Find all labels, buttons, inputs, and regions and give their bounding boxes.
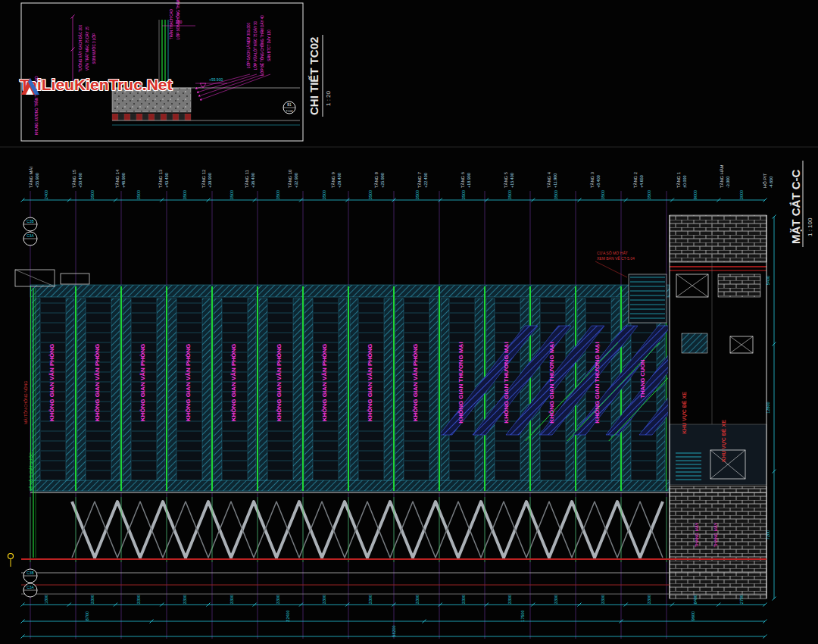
- dim-value: 3300: [183, 595, 187, 604]
- dim-value: 1800: [44, 595, 48, 604]
- slab-hatch: [350, 299, 358, 480]
- dim-value: 7200: [766, 530, 770, 539]
- detail-title: CHI TIẾT TC02: [308, 37, 320, 115]
- room-label-office: KHÔNG GIAN VĂN PHÒNG: [367, 344, 373, 422]
- dim-value: 3500: [368, 190, 373, 199]
- floor-elev: +50.400: [78, 173, 83, 188]
- basement-masonry: [670, 486, 766, 599]
- elevator-shaft: [629, 274, 667, 323]
- watermark-logo-icon: [20, 76, 41, 97]
- floor-name: TẦNG MÁI: [29, 167, 33, 188]
- room-label-retail: KHÔNG GIAN THƯƠNG MẠI: [457, 342, 464, 423]
- dim-value: 3000: [739, 190, 744, 199]
- detail-label-right: LỚP GẠCH LÁ NEM 300x300: [246, 22, 251, 68]
- floor-elev: +29.400: [337, 173, 342, 188]
- slab-hatch: [66, 299, 74, 480]
- room-label-office: KHÔNG GIAN VĂN PHÒNG: [94, 344, 101, 422]
- detail-label-left: SƠN NƯỚC 3 LỚP: [92, 33, 96, 64]
- dim-value: 3500: [507, 190, 512, 199]
- dim-value: 2700: [739, 595, 744, 604]
- watermark-text: TaiLieuKienTruc.Net: [20, 76, 172, 94]
- cad-canvas: 2400350035003500350035003500350035003500…: [0, 0, 818, 644]
- dim-value: 3500: [554, 190, 558, 199]
- survey-marker-icon: [8, 554, 14, 559]
- grid-bubble-label: C3A: [27, 234, 34, 238]
- detail-label-right: LỚP VỮA LÓT MÁC 75 DÀY 30: [253, 20, 258, 70]
- room-label-office: KHÔNG GIAN VĂN PHÒNG: [276, 344, 283, 422]
- slab-hatch: [339, 299, 347, 480]
- dim-value: 3500: [322, 190, 326, 199]
- parapet-masonry: [670, 215, 766, 262]
- dim-value: 22400: [286, 610, 290, 621]
- callout-cross: [15, 270, 55, 286]
- dim-value: 3500: [90, 190, 95, 199]
- slab-hatch: [202, 299, 211, 480]
- grid-bubble-label: C3B: [27, 220, 33, 224]
- dim-value: 9600: [691, 611, 695, 621]
- floor-elev: +8.400: [596, 175, 601, 188]
- room-label-parking: KHU VỰC ĐỂ XE: [681, 392, 687, 434]
- floor-elev: +25.900: [380, 173, 385, 188]
- detail-label-top: TRẦN THẠCH CAO: [169, 9, 173, 39]
- note-window: CỬA SỔ MỞ HẤT: [597, 251, 628, 255]
- floor-name: TẦNG 2: [633, 172, 638, 188]
- hatch-box: [682, 333, 707, 353]
- room-label-office: KHÔNG GIAN VĂN PHÒNG: [321, 344, 328, 422]
- slab-hatch: [123, 299, 131, 480]
- brick-course: [173, 114, 179, 120]
- floor-name: TẦNG 10: [288, 170, 292, 188]
- room-label-elevator: THANG MÁY: [713, 522, 718, 547]
- dim-value: 2400: [44, 190, 48, 199]
- room-label-retail: KHÔNG GIAN THƯƠNG MẠI: [548, 342, 555, 423]
- note-window: XEM BẢN VẼ CT-5.04: [597, 256, 635, 261]
- floor-elev: +15.400: [510, 173, 514, 188]
- brick-course: [124, 114, 130, 120]
- dim-value: 3300: [554, 595, 558, 604]
- roof-slab-band: [30, 285, 670, 297]
- dim-value: 3300: [136, 595, 141, 604]
- floor-name: TẦNG 13: [158, 170, 163, 188]
- detail-scale: 1 : 20: [325, 90, 332, 106]
- grid-bubble-label: C3B: [27, 571, 33, 575]
- floor-name: TẦNG 11: [245, 170, 249, 188]
- dim-value: 3500: [136, 190, 141, 199]
- slab-hatch: [384, 299, 392, 480]
- dim-value: 3500: [183, 190, 187, 199]
- floor-elev: +11.900: [553, 174, 557, 188]
- floor-elev: -4.650: [769, 177, 773, 188]
- room-label-elevator: THANG MÁY: [695, 522, 699, 547]
- detail-label-left: VỮA TRÁT MÁC 75 DÀY 15: [85, 27, 89, 70]
- dim-value: 3300: [276, 595, 280, 604]
- dim-value: 3300: [461, 595, 466, 604]
- slab-hatch: [157, 299, 165, 480]
- room-label-retail: KHÔNG GIAN THƯƠNG MẠI: [503, 342, 510, 423]
- detail-bubble-top: B1: [287, 103, 292, 107]
- floor-name: TẦNG 4: [547, 171, 551, 188]
- floor-name: HỐ PIT: [763, 173, 767, 188]
- detail-dim-value: 250: [176, 20, 183, 24]
- floor-name: TẦNG 6: [461, 172, 465, 188]
- floor-name: TẦNG 12: [201, 170, 206, 188]
- grid-bubble-label: C3A: [27, 586, 34, 589]
- slab-hatch: [259, 299, 267, 480]
- brick-course: [179, 114, 185, 120]
- dim-value: 5400: [766, 276, 770, 285]
- floor-elev: +18.900: [467, 173, 471, 188]
- brick-course: [130, 114, 136, 120]
- slab-hatch: [304, 299, 313, 480]
- floor-elev: ±0.000: [682, 176, 687, 188]
- dim-value: 3300: [322, 595, 326, 604]
- dim-value: 58200: [392, 625, 396, 636]
- section-title: MẶT CẮT C-C: [789, 170, 802, 244]
- room-label-escalator: THANG CUỐN: [638, 360, 646, 399]
- floor-elev: +22.400: [423, 173, 428, 188]
- floor-elev: +55.900: [35, 173, 39, 188]
- brick-course: [161, 114, 167, 120]
- dim-value: 3500: [601, 190, 605, 199]
- detail-label-right: LỚP BÊ TÔNG CHỐNG THẤM DÀY 40: [259, 15, 264, 76]
- slab-hatch: [168, 299, 176, 480]
- brick-course: [185, 114, 191, 120]
- floor-name: TẦNG HẦM: [720, 164, 724, 188]
- detail-tc02: TƯỜNG XÂY GẠCH ĐẶC 200VỮA TRÁT MÁC 75 DÀ…: [34, 0, 300, 135]
- floor-name: TẦNG 5: [504, 172, 508, 188]
